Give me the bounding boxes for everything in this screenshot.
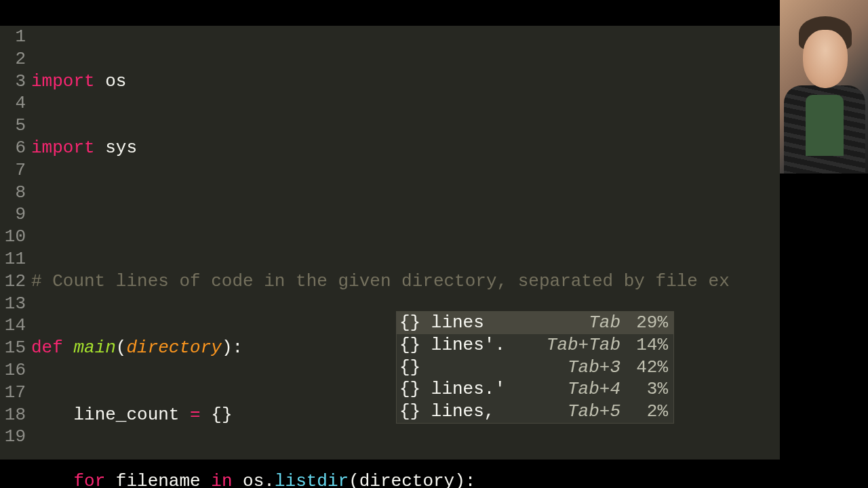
suggestion-text: {} lines'. (399, 334, 505, 357)
line-number: 19 (0, 426, 26, 448)
line-number-gutter: 12345678910111213141516171819 (0, 26, 31, 460)
suggestion-keyhint: Tab (589, 312, 631, 334)
suggestion-probability: 29% (631, 312, 668, 334)
suggestion-text: {} lines.' (399, 378, 505, 401)
autocomplete-item[interactable]: {} lines'.Tab+Tab14% (397, 334, 673, 357)
line-number: 14 (0, 314, 26, 337)
line-number: 9 (0, 203, 26, 226)
line-number: 3 (0, 70, 26, 93)
line-number: 6 (0, 137, 26, 159)
line-number: 4 (0, 92, 26, 115)
suggestion-keyhint: Tab+4 (568, 378, 631, 401)
suggestion-probability: 2% (631, 401, 668, 423)
line-number: 18 (0, 404, 26, 426)
suggestion-probability: 14% (631, 334, 668, 357)
line-number: 12 (0, 270, 26, 293)
code-line: for filename in os.listdir(directory): (31, 470, 780, 488)
code-line: import sys (31, 137, 780, 159)
line-number: 5 (0, 115, 26, 137)
autocomplete-popup[interactable]: {} linesTab29%{} lines'.Tab+Tab14%{}Tab+… (396, 311, 674, 424)
line-number: 13 (0, 293, 26, 315)
code-line: # Count lines of code in the given direc… (31, 270, 780, 293)
line-number: 1 (0, 26, 26, 48)
line-number: 15 (0, 337, 26, 359)
line-number: 8 (0, 182, 26, 204)
line-number: 10 (0, 226, 26, 248)
line-number: 11 (0, 248, 26, 270)
autocomplete-item[interactable]: {}Tab+342% (397, 357, 673, 379)
line-number: 7 (0, 159, 26, 182)
suggestion-text: {} lines, (399, 401, 494, 423)
webcam-overlay (780, 0, 868, 174)
code-line (31, 203, 780, 226)
line-number: 17 (0, 382, 26, 404)
suggestion-keyhint: Tab+3 (568, 357, 631, 379)
code-line: import os (31, 70, 780, 93)
suggestion-probability: 42% (631, 357, 668, 379)
autocomplete-item[interactable]: {} lines.'Tab+43% (397, 378, 673, 401)
suggestion-probability: 3% (631, 378, 668, 401)
suggestion-text: {} (399, 357, 420, 379)
suggestion-keyhint: Tab+5 (568, 401, 631, 423)
autocomplete-item[interactable]: {} linesTab29% (397, 312, 673, 334)
suggestion-keyhint: Tab+Tab (547, 334, 631, 357)
autocomplete-item[interactable]: {} lines,Tab+52% (397, 401, 673, 423)
line-number: 2 (0, 48, 26, 70)
line-number: 16 (0, 359, 26, 382)
suggestion-text: {} lines (399, 312, 484, 334)
